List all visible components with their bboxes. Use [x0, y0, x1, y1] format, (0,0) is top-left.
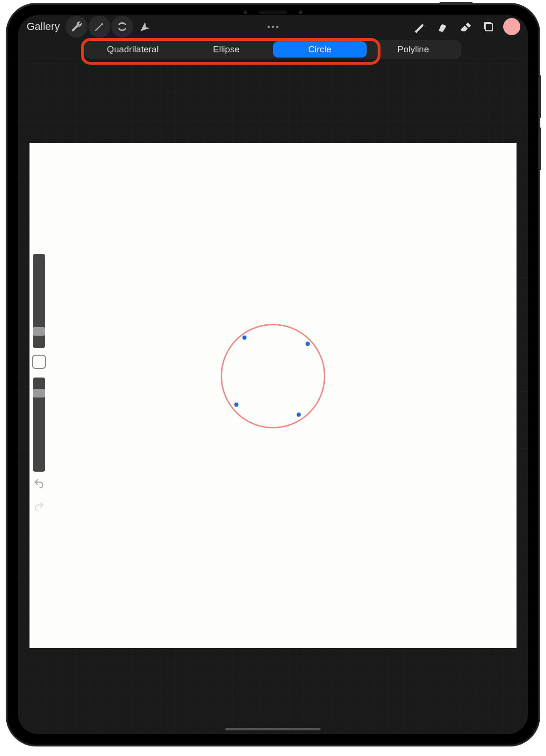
wrench-icon[interactable]: [66, 16, 88, 38]
ipad-frame: Gallery: [7, 4, 539, 746]
undo-icon[interactable]: [33, 478, 45, 491]
color-swatch[interactable]: [503, 18, 520, 35]
screen: Gallery: [18, 15, 528, 734]
brush-size-slider[interactable]: [33, 254, 45, 348]
shape-handle[interactable]: [305, 341, 310, 346]
top-toolbar: Gallery: [18, 15, 528, 38]
sidebar-controls: [29, 254, 49, 519]
shape-tab-ellipse[interactable]: Ellipse: [180, 41, 273, 58]
more-options[interactable]: [268, 26, 279, 28]
redo-icon[interactable]: [33, 501, 45, 514]
volume-down-button: [538, 127, 541, 170]
shape-handle[interactable]: [296, 413, 301, 417]
volume-up-button: [538, 75, 541, 118]
canvas[interactable]: [29, 143, 517, 648]
brush-icon[interactable]: [408, 16, 430, 38]
smudge-icon[interactable]: [431, 16, 453, 38]
shape-tab-bar: QuadrilateralEllipseCirclePolyline: [85, 40, 461, 59]
arrow-icon[interactable]: [134, 16, 156, 38]
svg-rect-1: [486, 24, 493, 31]
slider-thumb[interactable]: [33, 389, 45, 397]
workspace[interactable]: [18, 62, 528, 734]
layers-icon[interactable]: [477, 16, 498, 38]
gallery-button[interactable]: Gallery: [22, 20, 65, 33]
modifier-button[interactable]: [32, 355, 46, 369]
wand-icon[interactable]: [88, 16, 110, 38]
shape-tab-polyline[interactable]: Polyline: [367, 41, 460, 58]
selection-icon[interactable]: [111, 16, 133, 38]
shape-tab-quadrilateral[interactable]: Quadrilateral: [86, 41, 180, 58]
camera-notch: [242, 10, 304, 15]
power-button: [439, 2, 473, 5]
home-indicator[interactable]: [225, 728, 321, 730]
shape-tab-circle[interactable]: Circle: [273, 41, 367, 58]
shape-handle[interactable]: [243, 335, 247, 339]
opacity-slider[interactable]: [33, 378, 45, 472]
circle-shape[interactable]: [221, 324, 325, 428]
shape-handle[interactable]: [234, 402, 238, 407]
slider-thumb[interactable]: [33, 327, 45, 336]
eraser-icon[interactable]: [454, 16, 476, 38]
